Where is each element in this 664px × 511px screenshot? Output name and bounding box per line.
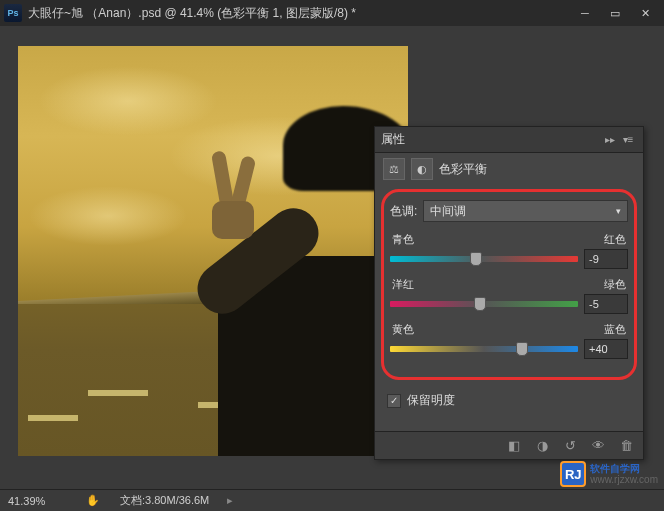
view-previous-icon[interactable]: ◑ bbox=[533, 437, 551, 455]
slider-value-input[interactable]: +40 bbox=[584, 339, 628, 359]
slider-track[interactable] bbox=[390, 301, 578, 307]
panel-header: 属性 ▸▸ ▾≡ bbox=[375, 127, 643, 153]
hand-icon[interactable]: ✋ bbox=[86, 494, 102, 508]
tone-label: 色调: bbox=[390, 203, 417, 220]
window-controls: ─ ▭ ✕ bbox=[570, 3, 660, 23]
slider-left-label: 青色 bbox=[392, 232, 414, 247]
adjustment-name: 色彩平衡 bbox=[439, 161, 487, 178]
clip-icon[interactable]: ◧ bbox=[505, 437, 523, 455]
titlebar: Ps 大眼仔~旭 （Anan）.psd @ 41.4% (色彩平衡 1, 图层蒙… bbox=[0, 0, 664, 26]
statusbar: 41.39% ✋ 文档:3.80M/36.6M ▸ bbox=[0, 489, 664, 511]
slider-left-label: 洋红 bbox=[392, 277, 414, 292]
watermark-icon: RJ bbox=[560, 461, 586, 487]
slider-thumb[interactable] bbox=[516, 342, 528, 356]
info-arrow-icon[interactable]: ▸ bbox=[227, 494, 233, 507]
slider-track[interactable] bbox=[390, 256, 578, 262]
tone-value: 中间调 bbox=[430, 203, 466, 220]
tone-row: 色调: 中间调 ▾ bbox=[390, 200, 628, 222]
panel-collapse-icon[interactable]: ▸▸ bbox=[601, 134, 619, 145]
slider-left-label: 黄色 bbox=[392, 322, 414, 337]
chevron-down-icon: ▾ bbox=[616, 206, 621, 216]
properties-panel: 属性 ▸▸ ▾≡ ⚖ ◐ 色彩平衡 色调: 中间调 ▾ 青色 红色 bbox=[374, 126, 644, 460]
maximize-button[interactable]: ▭ bbox=[600, 3, 630, 23]
visibility-icon[interactable]: 👁 bbox=[589, 437, 607, 455]
slider-yellow-blue: 黄色 蓝色 +40 bbox=[390, 322, 628, 359]
slider-value-input[interactable]: -5 bbox=[584, 294, 628, 314]
panel-footer: ◧ ◑ ↺ 👁 🗑 bbox=[375, 431, 643, 459]
zoom-level[interactable]: 41.39% bbox=[8, 495, 68, 507]
app-window: Ps 大眼仔~旭 （Anan）.psd @ 41.4% (色彩平衡 1, 图层蒙… bbox=[0, 0, 664, 511]
watermark: RJ 软件自学网 www.rjzxw.com bbox=[560, 461, 658, 487]
slider-thumb[interactable] bbox=[470, 252, 482, 266]
reset-icon[interactable]: ↺ bbox=[561, 437, 579, 455]
slider-thumb[interactable] bbox=[474, 297, 486, 311]
canvas[interactable] bbox=[18, 46, 408, 456]
balance-icon[interactable]: ⚖ bbox=[383, 158, 405, 180]
document-info[interactable]: 文档:3.80M/36.6M bbox=[120, 493, 209, 508]
preserve-luminosity-row: ✓ 保留明度 bbox=[375, 388, 643, 413]
slider-cyan-red: 青色 红色 -9 bbox=[390, 232, 628, 269]
mask-icon[interactable]: ◐ bbox=[411, 158, 433, 180]
tone-select[interactable]: 中间调 ▾ bbox=[423, 200, 628, 222]
slider-right-label: 蓝色 bbox=[604, 322, 626, 337]
close-button[interactable]: ✕ bbox=[630, 3, 660, 23]
panel-menu-icon[interactable]: ▾≡ bbox=[619, 134, 637, 145]
watermark-text: 软件自学网 www.rjzxw.com bbox=[590, 463, 658, 485]
ps-icon: Ps bbox=[4, 4, 22, 22]
adjustment-type-row: ⚖ ◐ 色彩平衡 bbox=[375, 153, 643, 185]
slider-track[interactable] bbox=[390, 346, 578, 352]
slider-right-label: 红色 bbox=[604, 232, 626, 247]
highlight-box: 色调: 中间调 ▾ 青色 红色 -9 bbox=[381, 189, 637, 380]
photo bbox=[18, 46, 408, 456]
panel-title: 属性 bbox=[381, 131, 601, 148]
slider-magenta-green: 洋红 绿色 -5 bbox=[390, 277, 628, 314]
preserve-checkbox[interactable]: ✓ bbox=[387, 394, 401, 408]
preserve-label: 保留明度 bbox=[407, 392, 455, 409]
slider-value-input[interactable]: -9 bbox=[584, 249, 628, 269]
minimize-button[interactable]: ─ bbox=[570, 3, 600, 23]
delete-icon[interactable]: 🗑 bbox=[617, 437, 635, 455]
document-title: 大眼仔~旭 （Anan）.psd @ 41.4% (色彩平衡 1, 图层蒙版/8… bbox=[28, 5, 570, 22]
slider-right-label: 绿色 bbox=[604, 277, 626, 292]
